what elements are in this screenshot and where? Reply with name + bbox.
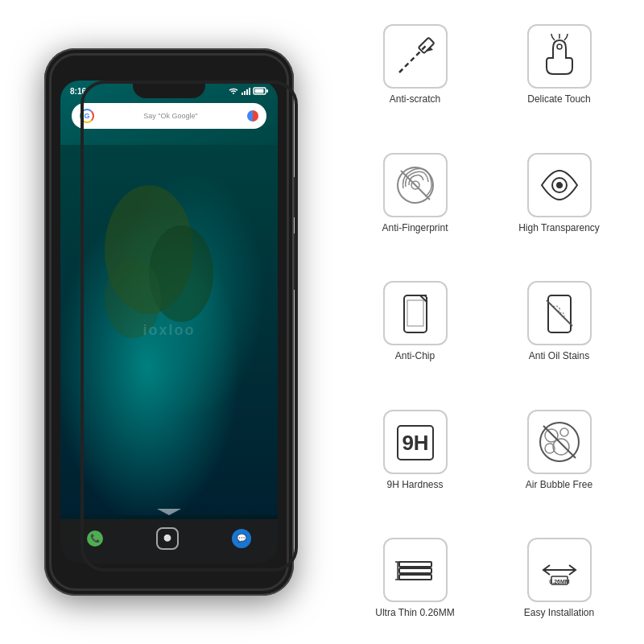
- phone-screen: 8:16: [60, 80, 278, 564]
- phone-outer-frame: 8:16: [44, 48, 294, 596]
- 9h-hardness-label: 9H Hardness: [386, 479, 443, 492]
- island-shape: [85, 169, 246, 370]
- anti-scratch-icon-box: [383, 24, 448, 89]
- search-area: G Say "Ok Google": [72, 103, 266, 129]
- status-icons: [228, 87, 268, 95]
- svg-text:0.26MM: 0.26MM: [549, 579, 569, 584]
- svg-rect-1: [244, 91, 246, 95]
- svg-line-24: [547, 300, 572, 326]
- thin-icon: [391, 546, 440, 594]
- ultra-thin-label: Ultra Thin 0.26MM: [375, 607, 454, 620]
- google-logo: G: [80, 109, 94, 123]
- google-search-bar[interactable]: G Say "Ok Google": [72, 103, 266, 129]
- anti-scratch-label: Anti-scratch: [390, 93, 440, 106]
- mic-icon: [247, 110, 258, 122]
- svg-rect-6: [255, 89, 264, 93]
- svg-point-29: [553, 439, 569, 455]
- phone-mockup-panel: 8:16: [0, 0, 338, 644]
- svg-rect-34: [399, 568, 431, 573]
- svg-rect-11: [418, 38, 434, 54]
- feature-ultra-thin: Ultra Thin 0.26MM: [346, 530, 484, 628]
- map-background: ioxloo: [60, 145, 278, 515]
- bubble-icon: [535, 418, 584, 466]
- anti-fingerprint-label: Anti-Fingerprint: [382, 222, 448, 235]
- anti-fingerprint-icon-box: [383, 153, 448, 217]
- svg-rect-33: [399, 562, 431, 567]
- signal-icon: [242, 87, 251, 95]
- messages-nav-icon: [232, 529, 251, 548]
- feature-easy-install: 0.26MM Easy Installation: [490, 530, 628, 628]
- easy-install-label: Easy Installation: [524, 607, 594, 620]
- feature-anti-oil: Anti Oil Stains: [490, 273, 628, 395]
- anti-oil-icon-box: [527, 281, 592, 345]
- svg-text:9H: 9H: [402, 431, 428, 455]
- svg-rect-0: [242, 93, 243, 95]
- delicate-touch-label: Delicate Touch: [527, 93, 591, 106]
- svg-point-13: [557, 44, 562, 49]
- svg-line-10: [399, 44, 427, 72]
- bottom-navigation: [60, 519, 278, 564]
- delicate-touch-icon-box: [527, 24, 592, 89]
- touch-icon: [535, 32, 584, 80]
- chip-icon: [391, 289, 440, 337]
- install-icon: 0.26MM: [535, 546, 584, 594]
- feature-high-transparency: High Transparency: [490, 145, 628, 267]
- feature-anti-chip: Anti-Chip: [346, 273, 484, 395]
- status-time: 8:16: [70, 87, 86, 96]
- easy-install-icon-box: 0.26MM: [527, 538, 592, 602]
- feature-air-bubble-free: Air Bubble Free: [490, 402, 628, 524]
- volume-button: [294, 233, 297, 290]
- features-panel: Anti-scratch Delicate Touch: [338, 0, 644, 644]
- high-transparency-icon-box: [527, 153, 592, 217]
- oil-icon: [535, 289, 584, 337]
- 9h-hardness-icon-box: 9H: [383, 410, 448, 474]
- phone-notch: [133, 80, 205, 98]
- air-bubble-free-label: Air Bubble Free: [526, 479, 592, 492]
- anti-chip-icon-box: [383, 281, 448, 345]
- high-transparency-label: High Transparency: [518, 222, 600, 235]
- 9h-icon: 9H: [391, 418, 440, 466]
- feature-9h-hardness: 9H 9H Hardness: [346, 402, 484, 524]
- svg-point-28: [560, 428, 568, 436]
- svg-rect-2: [246, 89, 248, 95]
- ultra-thin-icon-box: [383, 538, 448, 602]
- scroll-indicator: [157, 509, 181, 515]
- svg-rect-35: [399, 575, 431, 580]
- wifi-icon: [228, 87, 239, 95]
- svg-point-19: [561, 180, 564, 184]
- feature-anti-scratch: Anti-scratch: [346, 16, 484, 138]
- svg-rect-21: [407, 300, 423, 326]
- svg-rect-3: [249, 88, 250, 95]
- camera-nav-icon: [156, 527, 179, 550]
- power-button: [294, 177, 297, 217]
- phone-nav-icon: [87, 530, 103, 547]
- air-bubble-icon-box: [527, 410, 592, 474]
- feature-delicate-touch: Delicate Touch: [490, 16, 628, 138]
- eye-icon: [535, 161, 584, 209]
- anti-chip-label: Anti-Chip: [395, 350, 435, 363]
- feature-anti-fingerprint: Anti-Fingerprint: [346, 145, 484, 267]
- fingerprint-icon: [391, 161, 440, 209]
- anti-oil-label: Anti Oil Stains: [529, 350, 589, 363]
- watermark: ioxloo: [143, 322, 196, 339]
- scratch-icon: [391, 32, 440, 80]
- svg-rect-5: [266, 89, 268, 93]
- battery-icon: [254, 87, 268, 95]
- search-placeholder: Say "Ok Google": [99, 112, 242, 120]
